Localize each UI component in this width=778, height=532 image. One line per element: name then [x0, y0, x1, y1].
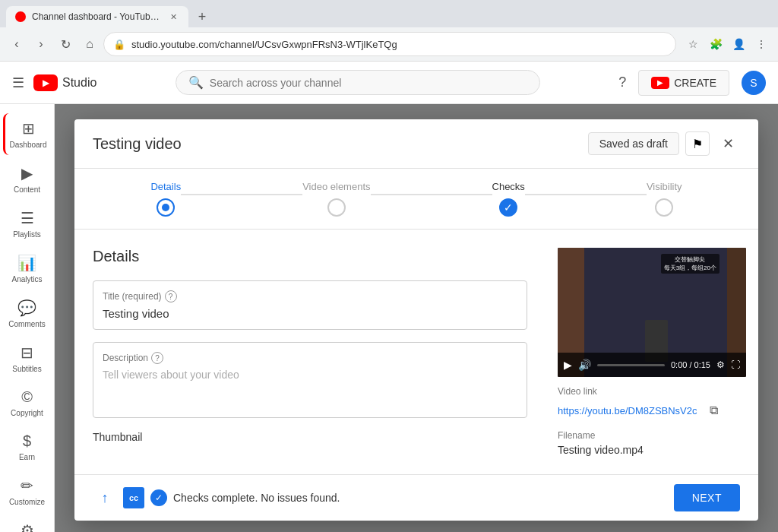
step-details[interactable]: Details	[150, 181, 181, 217]
volume-button[interactable]: 🔊	[578, 359, 591, 371]
step-checks-circle: ✓	[499, 198, 517, 217]
video-text-overlay: 交替触脚尖 每天3组，每组20个	[661, 254, 719, 274]
address-bar[interactable]: 🔒 studio.youtube.com/channel/UCsvGxwpnFR…	[103, 32, 676, 56]
avatar[interactable]: S	[742, 71, 766, 95]
browser-actions: ☆ 🧩 👤 ⋮	[682, 33, 772, 55]
sidebar-item-settings[interactable]: ⚙ Settings	[3, 515, 52, 532]
sidebar-item-analytics[interactable]: 📊 Analytics	[3, 248, 52, 290]
create-btn-icon: ▶	[651, 77, 669, 89]
help-icon[interactable]: ?	[618, 74, 626, 90]
forward-button[interactable]: ›	[30, 33, 52, 55]
active-tab[interactable]: Channel dashboard - YouTube S... ✕	[6, 6, 188, 27]
sidebar-item-customize[interactable]: ✏ Customize	[3, 470, 52, 512]
sidebar-item-subtitles[interactable]: ⊟ Subtitles	[3, 337, 52, 379]
tab-title: Channel dashboard - YouTube S...	[32, 11, 161, 22]
content-area: Testing video Saved as draft ⚑ ✕ Details	[55, 104, 778, 532]
step-details-circle	[157, 198, 175, 217]
steps-bar: Details Video elements Checks ✓	[74, 169, 758, 230]
step-visibility[interactable]: Visibility	[647, 181, 682, 217]
section-title: Details	[93, 248, 527, 265]
video-settings-button[interactable]: ⚙	[716, 359, 725, 370]
title-field-label: Title (required) ?	[103, 290, 517, 302]
step-checks-label: Checks	[492, 181, 525, 192]
upload-button[interactable]: ↑	[93, 486, 117, 510]
step-connector-3	[525, 194, 647, 195]
title-field-value: Testing video	[103, 307, 517, 320]
header-right: ? ▶ CREATE S	[618, 70, 766, 96]
address-bar-row: ‹ › ↻ ⌂ 🔒 studio.youtube.com/channel/UCs…	[0, 27, 778, 61]
yt-logo-text: Studio	[62, 76, 96, 90]
sidebar-item-content[interactable]: ▶ Content	[3, 158, 52, 200]
new-tab-button[interactable]: +	[191, 6, 213, 27]
url-text: studio.youtube.com/channel/UCsvGxwpnFRsN…	[131, 39, 666, 50]
play-button[interactable]: ▶	[564, 359, 572, 371]
modal-header: Testing video Saved as draft ⚑ ✕	[74, 119, 758, 169]
bookmark-button[interactable]: ☆	[682, 33, 704, 55]
close-modal-button[interactable]: ✕	[716, 131, 740, 156]
step-checks[interactable]: Checks ✓	[492, 181, 525, 217]
profile-button[interactable]: 👤	[728, 33, 749, 55]
time-display: 0:00 / 0:15	[671, 360, 710, 369]
create-label: CREATE	[674, 77, 716, 89]
create-button[interactable]: ▶ CREATE	[638, 70, 729, 96]
step-visibility-circle	[655, 198, 673, 217]
search-input[interactable]	[210, 77, 527, 89]
back-button[interactable]: ‹	[6, 33, 27, 55]
title-help-icon[interactable]: ?	[165, 290, 177, 302]
sidebar-item-playlists[interactable]: ☰ Playlists	[3, 203, 52, 245]
refresh-button[interactable]: ↻	[55, 33, 76, 55]
flag-button[interactable]: ⚑	[685, 131, 710, 156]
sidebar-item-earn[interactable]: $ Earn	[3, 426, 52, 467]
copyright-icon: ©	[21, 388, 33, 406]
subtitles-icon: ⊟	[21, 344, 33, 362]
sidebar-item-dashboard[interactable]: ⊞ Dashboard	[3, 113, 52, 155]
step-details-label: Details	[150, 181, 181, 192]
step-connector-1	[181, 194, 302, 195]
flag-icon: ⚑	[692, 137, 703, 151]
menu-button[interactable]: ⋮	[751, 33, 772, 55]
customize-icon: ✏	[21, 477, 33, 495]
step-video-elements[interactable]: Video elements	[302, 181, 370, 217]
fullscreen-button[interactable]: ⛶	[731, 359, 740, 370]
video-link-section: Video link https://youtu.be/DM8ZSBNsV2c …	[558, 386, 746, 421]
modal-left-panel: Details Title (required) ? Testing video	[74, 230, 546, 474]
yt-studio-header: ☰ Studio 🔍 ? ▶ CREATE S	[0, 62, 778, 104]
thumbnail-label: Thumbnail	[93, 431, 142, 443]
modal-footer: ↑ cc ✓ Checks complete. No issues found.…	[74, 474, 758, 521]
search-icon: 🔍	[188, 75, 204, 90]
modal-title: Testing video	[93, 135, 582, 153]
next-button[interactable]: NEXT	[674, 484, 740, 511]
video-details-modal: Testing video Saved as draft ⚑ ✕ Details	[74, 119, 758, 521]
thumbnail-section: Thumbnail	[93, 430, 527, 444]
yt-logo-icon	[33, 74, 58, 91]
settings-icon: ⚙	[21, 521, 34, 532]
content-icon: ▶	[21, 164, 33, 182]
checks-status-text: Checks complete. No issues found.	[173, 492, 340, 504]
sidebar-item-copyright[interactable]: © Copyright	[3, 382, 52, 423]
description-field[interactable]: Description ? Tell viewers about your vi…	[93, 342, 527, 418]
video-link[interactable]: https://youtu.be/DM8ZSBNsV2c	[558, 405, 697, 416]
progress-bar[interactable]	[597, 364, 665, 366]
modal-overlay: Testing video Saved as draft ⚑ ✕ Details	[55, 104, 778, 532]
video-link-row: https://youtu.be/DM8ZSBNsV2c ⧉	[558, 400, 746, 421]
saved-as-draft-button[interactable]: Saved as draft	[588, 132, 679, 155]
lock-icon: 🔒	[113, 39, 125, 50]
main-layout: ⊞ Dashboard ▶ Content ☰ Playlists 📊 Anal…	[0, 104, 778, 532]
tab-close-button[interactable]: ✕	[167, 11, 179, 23]
step-elements-circle	[327, 198, 346, 217]
search-bar[interactable]: 🔍	[176, 70, 540, 95]
hamburger-menu[interactable]: ☰	[12, 74, 24, 91]
step-connector-2	[371, 194, 492, 195]
extensions-button[interactable]: 🧩	[705, 33, 726, 55]
subtitles-icon-btn[interactable]: cc	[123, 487, 144, 508]
copy-link-button[interactable]: ⧉	[704, 400, 725, 421]
checks-complete-icon: ✓	[150, 489, 167, 506]
filename-section: Filename Testing video.mp4	[558, 430, 746, 456]
title-field[interactable]: Title (required) ? Testing video	[93, 280, 527, 330]
home-button[interactable]: ⌂	[79, 33, 100, 55]
earn-icon: $	[23, 432, 31, 450]
sidebar-item-comments[interactable]: 💬 Comments	[3, 293, 52, 334]
description-help-icon[interactable]: ?	[151, 352, 163, 364]
footer-left: ↑ cc ✓ Checks complete. No issues found.	[93, 486, 665, 510]
tab-favicon	[15, 11, 26, 22]
